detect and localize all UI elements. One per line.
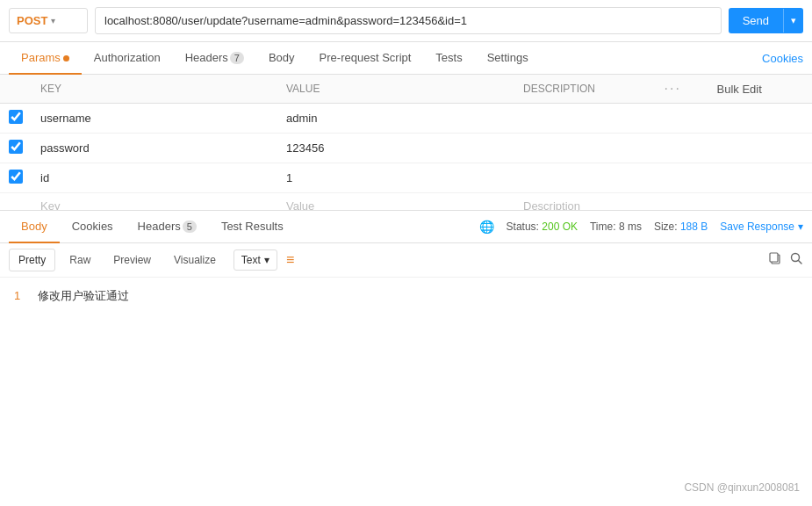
th-bulk-edit[interactable]: Bulk Edit — [708, 75, 813, 104]
row3-key[interactable]: id — [32, 163, 277, 193]
tab-prerequest[interactable]: Pre-request Script — [307, 42, 424, 75]
line-number: 1 — [14, 289, 20, 302]
row2-description[interactable] — [514, 134, 656, 163]
tab-headers[interactable]: Headers7 — [173, 42, 256, 75]
row3-actions — [656, 163, 708, 193]
send-dropdown-icon[interactable]: ▾ — [783, 9, 803, 33]
row2-key[interactable]: password — [32, 134, 277, 163]
empty-desc-cell[interactable]: Description — [514, 193, 656, 212]
response-actions — [768, 251, 803, 269]
method-selector[interactable]: POST ▾ — [9, 8, 88, 33]
tab-params[interactable]: Params — [9, 42, 82, 75]
row1-checkbox[interactable] — [9, 110, 23, 124]
row1-value[interactable]: admin — [277, 104, 514, 134]
request-tabs: Params Authorization Headers7 Body Pre-r… — [0, 42, 812, 75]
globe-icon: 🌐 — [479, 220, 494, 234]
table-row: id 1 — [0, 163, 812, 193]
row2-value[interactable]: 123456 — [277, 134, 514, 163]
row1-bulk — [708, 104, 813, 134]
time-value: 8 ms — [619, 220, 642, 233]
row1-actions — [656, 104, 708, 134]
params-dot-indicator — [63, 55, 69, 61]
row3-bulk — [708, 163, 813, 193]
row2-checkbox-cell[interactable] — [0, 134, 32, 163]
method-label: POST — [17, 14, 47, 27]
resp-tab-visualize[interactable]: Visualize — [165, 249, 225, 271]
status-area: 🌐 Status: 200 OK Time: 8 ms Size: 188 B … — [479, 220, 803, 234]
th-checkbox — [0, 75, 32, 104]
th-value: VALUE — [277, 75, 514, 104]
row3-checkbox-cell[interactable] — [0, 163, 32, 193]
tab-test-results[interactable]: Test Results — [209, 211, 296, 243]
top-bar: POST ▾ Send ▾ — [0, 0, 812, 42]
empty-actions — [656, 193, 708, 212]
tab-response-headers[interactable]: Headers5 — [126, 211, 209, 243]
size-label: Size: 188 B — [654, 220, 708, 233]
send-label: Send — [729, 8, 783, 33]
params-table-container: KEY VALUE DESCRIPTION ··· Bulk Edit user… — [0, 75, 812, 211]
row2-checkbox[interactable] — [9, 140, 23, 154]
response-body: 1 修改用户验证通过 — [0, 278, 812, 418]
th-key: KEY — [32, 75, 277, 104]
search-response-button[interactable] — [789, 251, 803, 269]
status-label: Status: 200 OK — [507, 220, 578, 233]
tab-authorization[interactable]: Authorization — [82, 42, 173, 75]
th-actions: ··· — [656, 75, 708, 104]
format-arrow-icon: ▾ — [264, 254, 269, 266]
th-description: DESCRIPTION — [514, 75, 656, 104]
response-content: 修改用户验证通过 — [38, 289, 129, 302]
tab-tests[interactable]: Tests — [423, 42, 474, 75]
table-row: username admin — [0, 104, 812, 134]
tab-response-cookies[interactable]: Cookies — [60, 211, 126, 243]
time-label: Time: 8 ms — [590, 220, 642, 233]
send-button[interactable]: Send ▾ — [729, 8, 803, 33]
table-row-empty: Key Value Description — [0, 193, 812, 212]
tab-body[interactable]: Body — [256, 42, 307, 75]
tab-response-body[interactable]: Body — [9, 211, 60, 243]
response-tabs: Body Cookies Headers5 Test Results 🌐 Sta… — [0, 211, 812, 243]
empty-key-cell[interactable]: Key — [32, 193, 277, 212]
row3-value[interactable]: 1 — [277, 163, 514, 193]
empty-bulk — [708, 193, 813, 212]
filter-icon[interactable]: ≡ — [286, 252, 294, 268]
empty-checkbox-cell — [0, 193, 32, 212]
status-value: 200 OK — [542, 220, 578, 233]
resp-tab-raw[interactable]: Raw — [61, 249, 99, 271]
svg-line-3 — [799, 261, 802, 264]
format-selector[interactable]: Text ▾ — [234, 249, 277, 271]
cookies-link[interactable]: Cookies — [762, 52, 803, 65]
table-row: password 123456 — [0, 134, 812, 163]
resp-tab-preview[interactable]: Preview — [104, 249, 160, 271]
resp-tab-pretty[interactable]: Pretty — [9, 249, 55, 271]
row1-checkbox-cell[interactable] — [0, 104, 32, 134]
empty-value-cell[interactable]: Value — [277, 193, 514, 212]
save-response-arrow-icon: ▾ — [798, 220, 803, 233]
format-label: Text — [241, 254, 261, 266]
row3-description[interactable] — [514, 163, 656, 193]
row1-key[interactable]: username — [32, 104, 277, 134]
tab-settings[interactable]: Settings — [475, 42, 541, 75]
svg-rect-1 — [770, 253, 778, 262]
response-toolbar: Pretty Raw Preview Visualize Text ▾ ≡ — [0, 243, 812, 278]
more-actions-icon[interactable]: ··· — [665, 81, 681, 96]
row2-bulk — [708, 134, 813, 163]
save-response-button[interactable]: Save Response ▾ — [720, 220, 803, 233]
copy-response-button[interactable] — [768, 251, 782, 269]
size-value: 188 B — [680, 220, 708, 233]
row1-description[interactable] — [514, 104, 656, 134]
watermark: CSDN @qinxun2008081 — [684, 481, 800, 494]
row3-checkbox[interactable] — [9, 170, 23, 184]
params-table: KEY VALUE DESCRIPTION ··· Bulk Edit user… — [0, 75, 812, 211]
row2-actions — [656, 134, 708, 163]
url-input[interactable] — [95, 7, 722, 34]
method-arrow-icon: ▾ — [51, 16, 55, 25]
